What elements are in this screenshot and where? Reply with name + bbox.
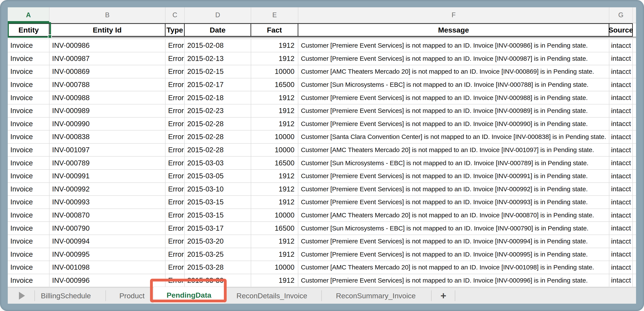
cell[interactable]: Invoice xyxy=(8,235,50,248)
cell[interactable]: INV-000869 xyxy=(50,65,166,78)
cell[interactable]: Invoice xyxy=(8,118,50,130)
cell[interactable]: intacct xyxy=(609,248,633,261)
cell[interactable]: Error xyxy=(166,104,185,117)
cell[interactable]: Invoice xyxy=(8,104,50,117)
cell[interactable]: INV-000988 xyxy=(50,91,166,104)
cell[interactable]: intacct xyxy=(609,274,633,287)
cell[interactable]: intacct xyxy=(609,118,633,130)
cell[interactable]: 2015-03-10 xyxy=(185,183,251,196)
cell[interactable]: Customer [Premiere Event Services] is no… xyxy=(298,274,609,287)
cell[interactable]: 1912 xyxy=(251,235,298,248)
cell[interactable]: Error xyxy=(166,274,185,287)
add-sheet-button[interactable]: + xyxy=(434,288,453,304)
cell[interactable]: 2015-02-28 xyxy=(185,118,251,130)
cell[interactable]: Error xyxy=(166,39,185,52)
cell[interactable]: Error xyxy=(166,248,185,261)
sheet-tab-product[interactable]: Product xyxy=(105,288,159,304)
cell[interactable]: 2015-03-05 xyxy=(185,170,251,182)
cell[interactable]: intacct xyxy=(609,261,633,274)
cell[interactable]: INV-000986 xyxy=(50,39,166,52)
cell[interactable]: Error xyxy=(166,222,185,234)
cell[interactable]: Customer [Sun Microsystems - EBC] is not… xyxy=(298,78,609,91)
cell[interactable]: 10000 xyxy=(251,261,298,274)
cell[interactable]: Error xyxy=(166,261,185,274)
cell[interactable]: 1912 xyxy=(251,248,298,261)
cell[interactable]: Customer [Premiere Event Services] is no… xyxy=(298,196,609,208)
cell[interactable]: intacct xyxy=(609,222,633,234)
header-cell-message[interactable]: Message xyxy=(298,23,609,37)
cell[interactable]: 2015-03-28 xyxy=(185,261,251,274)
cell[interactable]: Error xyxy=(166,235,185,248)
cell[interactable]: 16500 xyxy=(251,78,298,91)
cell[interactable]: Customer [Santa Clara Convention Center]… xyxy=(298,131,609,143)
cell[interactable]: INV-000995 xyxy=(50,248,166,261)
cell[interactable]: Invoice xyxy=(8,209,50,222)
cell[interactable]: 16500 xyxy=(251,157,298,169)
cell[interactable]: Invoice xyxy=(8,157,50,169)
cell[interactable]: intacct xyxy=(609,170,633,182)
cell[interactable]: 2015-02-28 xyxy=(185,144,251,156)
cell[interactable]: 10000 xyxy=(251,131,298,143)
cell[interactable]: intacct xyxy=(609,104,633,117)
column-header-C[interactable]: C xyxy=(166,7,185,23)
cell[interactable]: INV-001097 xyxy=(50,144,166,156)
cell[interactable]: Invoice xyxy=(8,274,50,287)
cell[interactable]: 2015-03-15 xyxy=(185,196,251,208)
cell[interactable]: Error xyxy=(166,183,185,196)
cell[interactable]: INV-000992 xyxy=(50,183,166,196)
header-cell-fact[interactable]: Fact xyxy=(251,23,298,37)
column-header-E[interactable]: E xyxy=(251,7,298,23)
cell[interactable]: intacct xyxy=(609,39,633,52)
cell[interactable]: Customer [Premiere Event Services] is no… xyxy=(298,39,609,52)
cell[interactable]: Invoice xyxy=(8,196,50,208)
cell[interactable]: 1912 xyxy=(251,196,298,208)
cell[interactable]: INV-000993 xyxy=(50,196,166,208)
cell[interactable]: Customer [Premiere Event Services] is no… xyxy=(298,52,609,65)
column-header-F[interactable]: F xyxy=(298,7,609,23)
cell[interactable]: 2015-02-23 xyxy=(185,104,251,117)
cell[interactable]: Invoice xyxy=(8,39,50,52)
cell[interactable]: Error xyxy=(166,209,185,222)
cell[interactable]: Customer [Premiere Event Services] is no… xyxy=(298,183,609,196)
cell[interactable]: Invoice xyxy=(8,170,50,182)
cell[interactable]: INV-000990 xyxy=(50,118,166,130)
cell[interactable]: intacct xyxy=(609,52,633,65)
header-cell-source[interactable]: Source xyxy=(609,23,633,37)
cell[interactable]: INV-000996 xyxy=(50,274,166,287)
cell[interactable]: Invoice xyxy=(8,248,50,261)
cell[interactable]: Error xyxy=(166,118,185,130)
cell[interactable]: 1912 xyxy=(251,183,298,196)
cell[interactable]: Error xyxy=(166,131,185,143)
cell[interactable]: 2015-03-03 xyxy=(185,157,251,169)
sheet-tab-recondetails_invoice[interactable]: ReconDetails_Invoice xyxy=(231,288,313,304)
cell[interactable]: INV-000789 xyxy=(50,157,166,169)
cell[interactable]: Error xyxy=(166,52,185,65)
header-cell-entity-id[interactable]: Entity Id xyxy=(50,23,166,37)
cell[interactable]: intacct xyxy=(609,78,633,91)
cell[interactable]: Customer [Premiere Event Services] is no… xyxy=(298,235,609,248)
cell[interactable]: intacct xyxy=(609,235,633,248)
cell[interactable]: INV-000790 xyxy=(50,222,166,234)
cell[interactable]: INV-000987 xyxy=(50,52,166,65)
cell[interactable]: Customer [AMC Theaters Mercado 20] is no… xyxy=(298,65,609,78)
sheet-nav-arrow[interactable] xyxy=(19,288,25,304)
cell[interactable]: 2015-02-08 xyxy=(185,39,251,52)
cell[interactable]: 2015-03-30 xyxy=(185,274,251,287)
cell[interactable]: 2015-02-15 xyxy=(185,65,251,78)
cell[interactable]: Customer [Premiere Event Services] is no… xyxy=(298,248,609,261)
cell[interactable]: Error xyxy=(166,65,185,78)
column-header-B[interactable]: B xyxy=(50,7,166,23)
cell[interactable]: 1912 xyxy=(251,39,298,52)
cell[interactable]: Customer [Premiere Event Services] is no… xyxy=(298,170,609,182)
cell[interactable]: Customer [AMC Theaters Mercado 20] is no… xyxy=(298,261,609,274)
cell[interactable]: 2015-02-28 xyxy=(185,131,251,143)
cell[interactable]: Customer [AMC Theaters Mercado 20] is no… xyxy=(298,144,609,156)
cell[interactable]: Customer [Premiere Event Services] is no… xyxy=(298,91,609,104)
header-cell-type[interactable]: Type xyxy=(166,23,185,37)
cell[interactable]: Error xyxy=(166,196,185,208)
cell[interactable]: 2015-03-20 xyxy=(185,235,251,248)
cell[interactable]: 2015-03-17 xyxy=(185,222,251,234)
column-header-D[interactable]: D xyxy=(185,7,251,23)
cell[interactable]: Error xyxy=(166,78,185,91)
cell[interactable]: Error xyxy=(166,170,185,182)
